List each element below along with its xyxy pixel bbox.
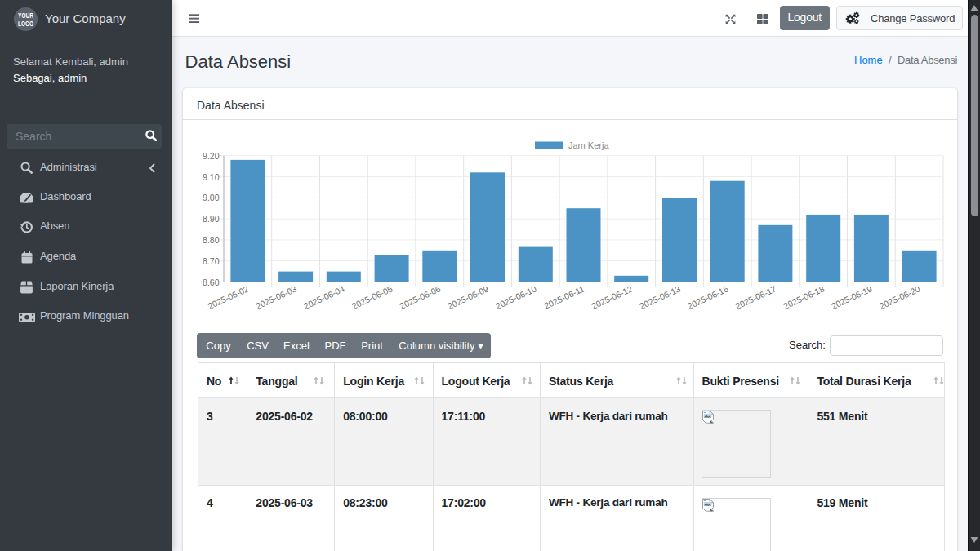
svg-text:Jam Kerja: Jam Kerja (568, 140, 609, 150)
svg-text:LOGO: LOGO (18, 19, 33, 28)
svg-text:2025-06-20: 2025-06-20 (878, 283, 922, 311)
svg-text:9.00: 9.00 (203, 193, 220, 202)
svg-text:2025-06-10: 2025-06-10 (494, 283, 538, 311)
svg-text:9.10: 9.10 (203, 172, 220, 182)
svg-text:2025-06-17: 2025-06-17 (733, 283, 777, 311)
svg-text:2025-06-09: 2025-06-09 (446, 283, 490, 311)
svg-text:8.60: 8.60 (203, 278, 220, 287)
svg-text:2025-06-03: 2025-06-03 (254, 283, 298, 311)
svg-text:2025-06-05: 2025-06-05 (350, 283, 394, 311)
svg-text:2025-06-19: 2025-06-19 (830, 283, 874, 311)
svg-text:2025-06-04: 2025-06-04 (302, 283, 346, 311)
svg-text:8.90: 8.90 (203, 214, 220, 224)
svg-text:2025-06-18: 2025-06-18 (782, 283, 826, 311)
svg-text:2025-06-11: 2025-06-11 (542, 283, 586, 310)
svg-text:8.70: 8.70 (203, 256, 220, 266)
svg-text:2025-06-13: 2025-06-13 (638, 283, 682, 311)
svg-text:2025-06-12: 2025-06-12 (590, 283, 634, 311)
svg-text:9.20: 9.20 (203, 151, 220, 161)
svg-text:2025-06-02: 2025-06-02 (206, 283, 250, 311)
svg-text:2025-06-16: 2025-06-16 (686, 283, 730, 311)
svg-text:8.80: 8.80 (203, 235, 220, 245)
svg-text:2025-06-06: 2025-06-06 (398, 283, 442, 311)
